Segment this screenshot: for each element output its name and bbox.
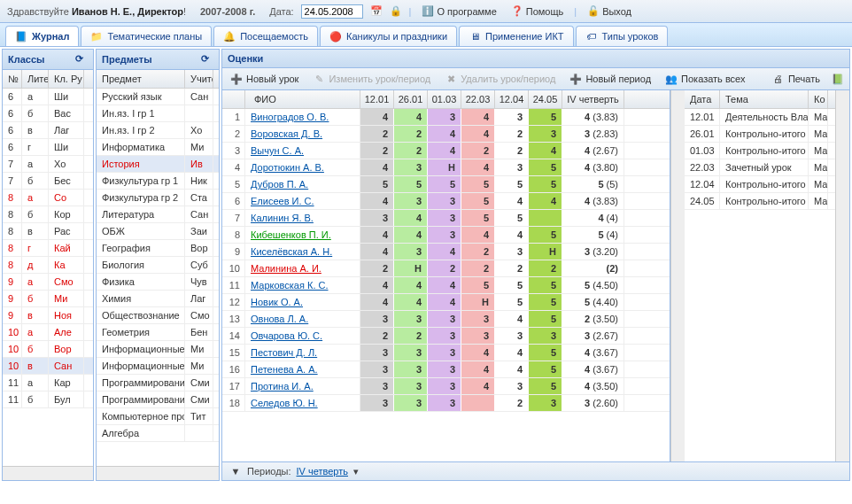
- date-input[interactable]: [301, 4, 363, 19]
- grade-cell[interactable]: 3: [360, 361, 394, 377]
- col-header[interactable]: Кл. Ру: [49, 70, 84, 88]
- help-button[interactable]: ❓Помощь: [507, 4, 568, 19]
- grade-cell[interactable]: 5: [529, 227, 562, 243]
- student-row[interactable]: 18Селедов Ю. Н.333233 (2.60): [222, 395, 670, 412]
- grade-cell[interactable]: 4: [360, 294, 394, 310]
- student-name[interactable]: Селедов Ю. Н.: [245, 395, 360, 411]
- grade-cell[interactable]: 4: [428, 126, 461, 142]
- student-row[interactable]: 6Елисеев И. С.4335444 (3.83): [222, 193, 670, 210]
- grade-cell[interactable]: 3: [428, 378, 461, 394]
- grade-cell[interactable]: 4: [360, 277, 394, 293]
- student-row[interactable]: 2Воровская Д. В.2244233 (2.83): [222, 126, 670, 143]
- about-button[interactable]: ℹ️О программе: [418, 4, 500, 19]
- grade-cell[interactable]: 4: [360, 193, 394, 209]
- class-row[interactable]: 10 а Але: [3, 324, 93, 341]
- tab-Применение ИКТ[interactable]: 🖥Применение ИКТ: [459, 26, 573, 46]
- subject-row[interactable]: Компьютерное про Тит: [97, 408, 219, 425]
- grade-cell[interactable]: 3: [360, 378, 394, 394]
- subject-row[interactable]: Информационные т Ми: [97, 341, 219, 358]
- student-name[interactable]: Протина И. А.: [245, 378, 360, 394]
- class-row[interactable]: 7 б Бес: [3, 173, 93, 190]
- subject-row[interactable]: Физкультура гр 2 Ста: [97, 190, 219, 206]
- grade-cell[interactable]: 4: [360, 227, 394, 243]
- class-row[interactable]: 11 б Бул: [3, 392, 93, 408]
- lesson-row[interactable]: 26.01 Контрольно-итого Ма: [685, 126, 835, 143]
- grade-cell[interactable]: 2: [394, 126, 428, 142]
- grade-cell[interactable]: 5: [529, 311, 562, 327]
- subject-row[interactable]: Геометрия Бен: [97, 324, 219, 341]
- grade-cell[interactable]: 3: [360, 311, 394, 327]
- grade-cell[interactable]: 4: [360, 159, 394, 175]
- grade-cell[interactable]: 3: [394, 193, 428, 209]
- student-name[interactable]: Овчарова Ю. С.: [245, 328, 360, 344]
- grade-cell[interactable]: 2: [461, 143, 495, 159]
- grade-cell[interactable]: 3: [529, 328, 562, 344]
- grade-cell[interactable]: 4: [495, 345, 529, 361]
- grade-cell[interactable]: 4: [394, 227, 428, 243]
- grade-cell[interactable]: 4: [529, 143, 562, 159]
- grade-cell[interactable]: 3: [461, 328, 495, 344]
- grade-cell[interactable]: 5: [360, 176, 394, 192]
- class-row[interactable]: 7 а Хо: [3, 156, 93, 173]
- class-row[interactable]: 9 в Ноя: [3, 307, 93, 324]
- grade-cell[interactable]: 3: [428, 311, 461, 327]
- col-date[interactable]: 24.05: [529, 90, 562, 108]
- student-row[interactable]: 5Дубров П. А.5555555 (5): [222, 176, 670, 193]
- grade-cell[interactable]: Н: [529, 244, 562, 260]
- subject-row[interactable]: Физкультура гр 1 Ник: [97, 173, 219, 190]
- lesson-row[interactable]: 01.03 Контрольно-итого Ма: [685, 143, 835, 159]
- grade-cell[interactable]: 2: [394, 143, 428, 159]
- grade-cell[interactable]: 2: [360, 328, 394, 344]
- grade-cell[interactable]: 5: [394, 176, 428, 192]
- grade-cell[interactable]: 3: [394, 361, 428, 377]
- subject-row[interactable]: Программирование Сми: [97, 392, 219, 408]
- student-name[interactable]: Елисеев И. С.: [245, 193, 360, 209]
- class-row[interactable]: 9 б Ми: [3, 291, 93, 307]
- grade-cell[interactable]: 4: [461, 361, 495, 377]
- grade-cell[interactable]: 4: [461, 378, 495, 394]
- excel-icon[interactable]: 📗: [832, 73, 844, 85]
- lesson-row[interactable]: 12.04 Контрольно-итого Ма: [685, 176, 835, 193]
- grade-cell[interactable]: 3: [495, 328, 529, 344]
- subject-row[interactable]: История Ив: [97, 156, 219, 173]
- period-link[interactable]: IV четверть: [297, 466, 348, 477]
- col-date[interactable]: 22.03: [461, 90, 495, 108]
- grade-cell[interactable]: 4: [495, 311, 529, 327]
- col-quarter[interactable]: IV четверть: [562, 90, 624, 108]
- col-date[interactable]: 26.01: [394, 90, 428, 108]
- student-row[interactable]: 11Марковская К. С.4445555 (4.50): [222, 277, 670, 294]
- grade-cell[interactable]: 5: [529, 277, 562, 293]
- subject-row[interactable]: География Вор: [97, 240, 219, 257]
- grade-cell[interactable]: 5: [495, 277, 529, 293]
- grade-cell[interactable]: 3: [428, 109, 461, 125]
- grade-cell[interactable]: 4: [428, 143, 461, 159]
- student-name[interactable]: Вычун С. А.: [245, 143, 360, 159]
- student-row[interactable]: 16Петенева А. А.3334454 (3.67): [222, 361, 670, 378]
- grade-cell[interactable]: 3: [360, 345, 394, 361]
- subject-row[interactable]: Программирование Сми: [97, 375, 219, 392]
- lock-icon[interactable]: 🔒: [390, 5, 402, 18]
- subject-row[interactable]: Информатика Ми: [97, 139, 219, 156]
- grade-cell[interactable]: 3: [495, 244, 529, 260]
- grade-cell[interactable]: 3: [428, 227, 461, 243]
- tab-Посещаемость[interactable]: 🔔Посещаемость: [213, 26, 318, 46]
- class-row[interactable]: 8 а Со: [3, 190, 93, 206]
- student-name[interactable]: Дубров П. А.: [245, 176, 360, 192]
- student-name[interactable]: Марковская К. С.: [245, 277, 360, 293]
- grade-cell[interactable]: 3: [360, 395, 394, 411]
- student-name[interactable]: Виноградов О. В.: [245, 109, 360, 125]
- chevron-down-icon[interactable]: ▾: [353, 466, 359, 477]
- grade-cell[interactable]: [529, 210, 562, 226]
- grade-cell[interactable]: 4: [495, 227, 529, 243]
- grade-cell[interactable]: 4: [428, 277, 461, 293]
- grade-cell[interactable]: 5: [529, 159, 562, 175]
- refresh-icon[interactable]: ⟳: [201, 53, 213, 66]
- grade-cell[interactable]: 5: [428, 176, 461, 192]
- student-row[interactable]: 7Калинин Я. В.343554 (4): [222, 210, 670, 227]
- student-row[interactable]: 9Киселёвская А. Н.43423Н3 (3.20): [222, 244, 670, 260]
- grade-cell[interactable]: 3: [529, 126, 562, 142]
- grade-cell[interactable]: 4: [394, 109, 428, 125]
- grade-cell[interactable]: 4: [360, 244, 394, 260]
- class-row[interactable]: 10 б Вор: [3, 341, 93, 358]
- show-all-button[interactable]: 👥Показать всех: [662, 71, 747, 87]
